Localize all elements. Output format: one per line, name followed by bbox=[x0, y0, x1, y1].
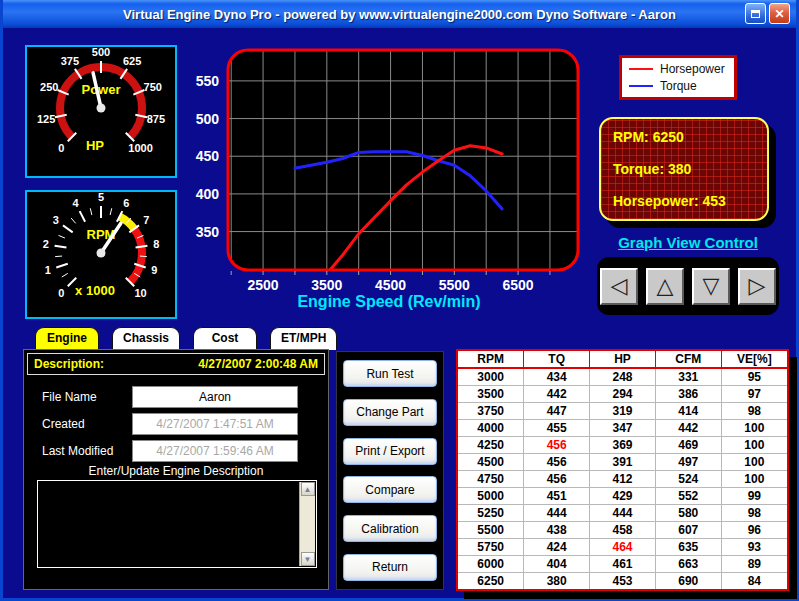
pan-right-button[interactable]: ▷ bbox=[738, 268, 776, 305]
pan-down-button[interactable]: ▽ bbox=[692, 268, 730, 305]
table-row: 600040446166389 bbox=[458, 556, 787, 573]
description-header: Description: 4/27/2007 2:00:48 AM bbox=[27, 353, 325, 375]
field-row-file-name: File NameAaron bbox=[24, 386, 328, 408]
field-label: File Name bbox=[42, 390, 97, 404]
table-cell: 100 bbox=[721, 437, 787, 454]
table-cell: 3750 bbox=[458, 403, 524, 420]
table-row: 4750456412524100 bbox=[458, 471, 787, 488]
table-cell: 4250 bbox=[458, 437, 524, 454]
power-gauge-dial: 01252503755006257508751000PowerHP bbox=[27, 47, 175, 176]
description-panel: Description: 4/27/2007 2:00:48 AM File N… bbox=[23, 349, 329, 590]
titlebar: Virtual Engine Dyno Pro - powered by www… bbox=[3, 0, 796, 28]
svg-text:5500: 5500 bbox=[439, 277, 470, 293]
table-cell: 635 bbox=[655, 539, 721, 556]
svg-text:2500: 2500 bbox=[247, 277, 278, 293]
compare-button[interactable]: Compare bbox=[343, 476, 437, 503]
svg-text:3: 3 bbox=[53, 214, 59, 226]
table-cell: 663 bbox=[655, 556, 721, 573]
table-cell: 248 bbox=[590, 368, 656, 386]
svg-text:125: 125 bbox=[37, 113, 55, 125]
svg-text:6: 6 bbox=[123, 197, 129, 209]
table-cell: 100 bbox=[721, 454, 787, 471]
restore-button[interactable] bbox=[745, 3, 766, 24]
table-cell: 4500 bbox=[458, 454, 524, 471]
table-cell: 3500 bbox=[458, 386, 524, 403]
table-cell: 5500 bbox=[458, 522, 524, 539]
table-cell: 444 bbox=[590, 505, 656, 522]
column-header: CFM bbox=[655, 351, 721, 368]
x-axis-title: Engine Speed (Rev/min) bbox=[186, 293, 592, 311]
table-cell: 391 bbox=[590, 454, 656, 471]
svg-text:450: 450 bbox=[196, 148, 220, 164]
close-icon: ✕ bbox=[774, 7, 784, 21]
table-cell: 690 bbox=[655, 573, 721, 589]
tab-et-mph[interactable]: ET/MPH bbox=[270, 327, 337, 350]
svg-text:5: 5 bbox=[98, 192, 104, 203]
table-cell: 469 bbox=[655, 437, 721, 454]
table-cell: 461 bbox=[590, 556, 656, 573]
textarea-scrollbar[interactable]: ▲ ▼ bbox=[299, 482, 315, 566]
power-gauge: 01252503755006257508751000PowerHP bbox=[25, 45, 177, 178]
table-cell: 100 bbox=[721, 471, 787, 488]
legend-label: Torque bbox=[660, 79, 697, 93]
table-cell: 607 bbox=[655, 522, 721, 539]
field-value-last-modified: 4/27/2007 1:59:46 AM bbox=[132, 440, 298, 462]
print-export-button[interactable]: Print / Export bbox=[343, 438, 437, 465]
svg-text:HP: HP bbox=[86, 138, 104, 153]
table-cell: 552 bbox=[655, 488, 721, 505]
table-cell: 84 bbox=[721, 573, 787, 589]
legend-entry-horsepower: Horsepower bbox=[629, 62, 727, 76]
tab-engine[interactable]: Engine bbox=[35, 327, 99, 350]
description-datetime: 4/27/2007 2:00:48 AM bbox=[198, 357, 318, 371]
svg-text:Power: Power bbox=[81, 82, 120, 97]
svg-text:875: 875 bbox=[147, 113, 165, 125]
svg-text:750: 750 bbox=[144, 81, 162, 93]
change-part-button[interactable]: Change Part bbox=[343, 399, 437, 426]
svg-text:500: 500 bbox=[196, 111, 220, 127]
table-cell: 386 bbox=[655, 386, 721, 403]
table-cell: 331 bbox=[655, 368, 721, 386]
svg-text:400: 400 bbox=[196, 186, 220, 202]
table-row: 550043845860796 bbox=[458, 522, 787, 539]
table-cell: 93 bbox=[721, 539, 787, 556]
svg-text:3500: 3500 bbox=[311, 277, 342, 293]
table-cell: 5750 bbox=[458, 539, 524, 556]
table-cell: 4750 bbox=[458, 471, 524, 488]
table-cell: 89 bbox=[721, 556, 787, 573]
pan-left-button[interactable]: ◁ bbox=[600, 268, 638, 305]
run-test-button[interactable]: Run Test bbox=[343, 360, 437, 387]
svg-text:0: 0 bbox=[58, 287, 64, 299]
svg-text:7: 7 bbox=[143, 214, 149, 226]
pan-up-button[interactable]: △ bbox=[646, 268, 684, 305]
scroll-up-icon[interactable]: ▲ bbox=[301, 482, 315, 496]
scroll-down-icon[interactable]: ▼ bbox=[301, 552, 315, 566]
svg-text:1: 1 bbox=[45, 264, 51, 276]
dyno-chart: 25003500450055006500350400450500550 bbox=[186, 45, 592, 311]
table-cell: 369 bbox=[590, 437, 656, 454]
svg-text:4: 4 bbox=[73, 197, 80, 209]
return-button[interactable]: Return bbox=[343, 554, 437, 581]
table-cell: 456 bbox=[524, 454, 590, 471]
table-cell: 524 bbox=[655, 471, 721, 488]
table-cell: 97 bbox=[721, 386, 787, 403]
chart-legend: HorsepowerTorque bbox=[619, 55, 737, 100]
close-button[interactable]: ✕ bbox=[769, 3, 790, 24]
table-cell: 319 bbox=[590, 403, 656, 420]
table-header-row: RPMTQHPCFMVE[%] bbox=[458, 351, 787, 368]
titlebar-buttons: ✕ bbox=[745, 3, 790, 24]
calibration-button[interactable]: Calibration bbox=[343, 515, 437, 542]
column-header: HP bbox=[590, 351, 656, 368]
table-cell: 456 bbox=[524, 437, 590, 454]
graph-view-control-link[interactable]: Graph View Control bbox=[597, 234, 779, 251]
engine-description-textarea[interactable]: ▲ ▼ bbox=[37, 480, 317, 568]
engine-description-label: Enter/Update Engine Description bbox=[24, 464, 328, 478]
tab-cost[interactable]: Cost bbox=[193, 327, 257, 350]
svg-text:4500: 4500 bbox=[375, 277, 406, 293]
table-cell: 5250 bbox=[458, 505, 524, 522]
svg-text:9: 9 bbox=[151, 264, 157, 276]
tab-chassis[interactable]: Chassis bbox=[112, 327, 180, 350]
field-value-file-name[interactable]: Aaron bbox=[132, 386, 298, 408]
svg-text:375: 375 bbox=[61, 55, 79, 67]
table-cell: 456 bbox=[524, 471, 590, 488]
legend-entry-torque: Torque bbox=[629, 79, 727, 93]
